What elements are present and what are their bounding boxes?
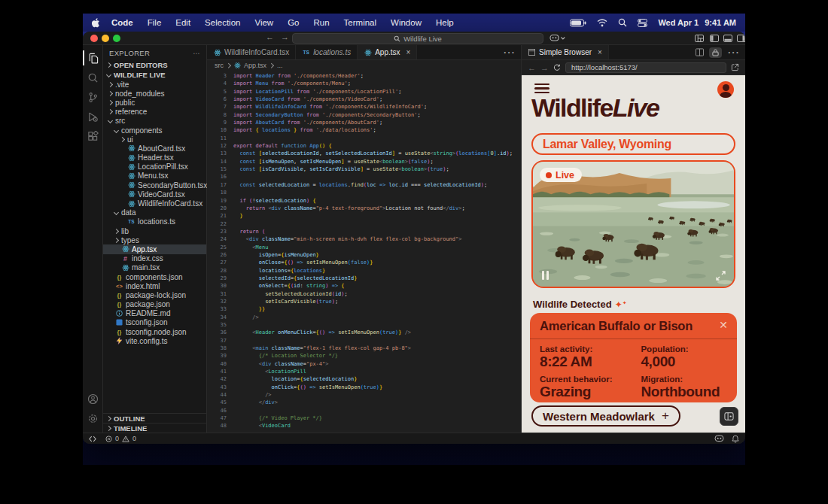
explorer-more-actions-icon[interactable]: ⋯ [193, 49, 200, 57]
open-external-icon[interactable] [731, 63, 739, 71]
code-line-30[interactable]: 30 onSelect={(id: string) => { [207, 282, 521, 290]
explorer-item-header-tsx[interactable]: Header.tsx [103, 153, 206, 162]
menu-item-run[interactable]: Run [313, 18, 329, 27]
explorer-item-tsconfig-json[interactable]: tsconfig.json [103, 318, 206, 327]
outline-section[interactable]: OUTLINE [103, 413, 206, 423]
battery-icon[interactable] [570, 19, 586, 27]
explorer-item-public[interactable]: public [103, 98, 206, 107]
code-line-27[interactable]: 27 onClose={() => setIsMenuOpen(false)} [207, 259, 521, 266]
copilot-status-icon[interactable] [714, 435, 724, 442]
explorer-item-index-css[interactable]: #index.css [103, 254, 206, 263]
code-line-47[interactable]: 47 {/* Video Player */} [207, 414, 521, 422]
explorer-item-lib[interactable]: lib [103, 226, 206, 235]
code-line-11[interactable]: 11 [207, 135, 521, 142]
copilot-menu-icon[interactable] [549, 34, 566, 42]
explorer-item-tsconfig-node-json[interactable]: {}tsconfig.node.json [103, 327, 206, 336]
code-line-14[interactable]: 14 const [isMenuOpen, setIsMenuOpen] = u… [207, 158, 521, 165]
apple-menu-icon[interactable] [92, 18, 100, 28]
code-line-22[interactable]: 22 [207, 220, 521, 228]
menu-app-name[interactable]: Code [111, 18, 133, 27]
explorer-item-wildlifeinfocard-tsx[interactable]: WildlifeInfoCard.tsx [103, 199, 206, 208]
explorer-item-aboutcard-tsx[interactable]: AboutCard.tsx [103, 144, 206, 153]
explorer-activity-icon[interactable] [83, 48, 103, 68]
explorer-item-ui[interactable]: ui [103, 135, 206, 144]
code-line-39[interactable]: 39 {/* Location Selector */} [207, 352, 521, 360]
code-line-21[interactable]: 21 } [207, 212, 521, 220]
code-line-17[interactable]: 17 const selectedLocation = locations.fi… [207, 181, 521, 189]
command-center[interactable]: Wildlife Live [292, 33, 543, 44]
notifications-bell-icon[interactable] [732, 435, 739, 443]
lock-toggle[interactable] [709, 47, 722, 58]
code-line-34[interactable]: 34 /> [207, 314, 521, 321]
explorer-item-locationpill-tsx[interactable]: LocationPill.tsx [103, 162, 206, 172]
code-line-13[interactable]: 13 const [selectedLocationId, setSelecte… [207, 150, 521, 157]
explorer-item-package-json[interactable]: {}package.json [103, 300, 206, 309]
expand-icon[interactable] [716, 271, 726, 281]
explorer-item-node-modules[interactable]: node_modules [103, 89, 206, 98]
run-debug-activity-icon[interactable] [83, 107, 103, 126]
tab-simple-browser[interactable]: Simple Browser × [522, 45, 609, 59]
code-line-20[interactable]: 20 return <div className="p-4 text-foreg… [207, 205, 521, 212]
tab-wildlifeinfocard[interactable]: WildlifeInfoCard.tsx [207, 45, 296, 59]
code-line-23[interactable]: 23 return ( [207, 228, 521, 235]
toggle-secondary-sidebar-icon[interactable] [737, 34, 745, 43]
code-line-4[interactable]: 4import Menu from './components/Menu'; [207, 80, 521, 87]
code-line-24[interactable]: 24 <div className="min-h-screen min-h-dv… [207, 235, 521, 243]
explorer-item-app-tsx[interactable]: App.tsx [103, 244, 206, 254]
code-line-9[interactable]: 9import AboutCard from './components/Abo… [207, 119, 521, 126]
code-line-40[interactable]: 40 <div className="px-4"> [207, 360, 521, 368]
code-editor[interactable]: 3import Header from './components/Header… [207, 71, 521, 433]
code-line-35[interactable]: 35 [207, 321, 521, 329]
explorer-item-types[interactable]: types [103, 235, 206, 244]
code-line-33[interactable]: 33 }} [207, 305, 521, 313]
extensions-activity-icon[interactable] [83, 126, 103, 146]
explorer-item-src[interactable]: src [103, 117, 206, 126]
explorer-item-components[interactable]: components [103, 126, 206, 135]
remote-indicator[interactable] [89, 436, 96, 442]
code-line-16[interactable]: 16 [207, 173, 521, 181]
menu-item-terminal[interactable]: Terminal [344, 18, 376, 27]
code-line-46[interactable]: 46 [207, 407, 521, 414]
nav-back-button[interactable]: ← [266, 32, 274, 41]
code-line-36[interactable]: 36 <Header onMenuClick={() => setIsMenuO… [207, 329, 521, 336]
source-control-activity-icon[interactable] [83, 87, 103, 107]
project-root-section[interactable]: WILDLIFE LIVE [103, 70, 206, 80]
explorer-item-package-lock-json[interactable]: {}package-lock.json [103, 290, 206, 299]
spotlight-search-icon[interactable] [618, 18, 627, 27]
toggle-panel-icon[interactable] [723, 34, 732, 43]
minimize-window-button[interactable] [102, 35, 109, 42]
dev-overlay-button[interactable] [720, 407, 738, 426]
secondary-species-button[interactable]: Western Meadowlark + [531, 405, 680, 427]
url-input[interactable]: http://localhost:5173/ [565, 62, 726, 73]
code-line-37[interactable]: 37 [207, 337, 521, 345]
editor-more-actions-icon[interactable]: ⋯ [503, 45, 515, 59]
zoom-window-button[interactable] [113, 35, 120, 42]
menu-time[interactable]: 9:41 AM [705, 18, 736, 27]
settings-gear-icon[interactable] [83, 408, 103, 428]
browser-back-icon[interactable]: ← [528, 63, 536, 72]
nav-forward-button[interactable]: → [281, 32, 289, 41]
code-line-5[interactable]: 5import LocationPill from './components/… [207, 88, 521, 96]
avatar[interactable] [717, 81, 734, 98]
browser-forward-icon[interactable]: → [540, 63, 549, 72]
pause-button[interactable] [542, 271, 549, 280]
explorer-item-locations-ts[interactable]: TSlocations.ts [103, 217, 206, 226]
menu-item-window[interactable]: Window [391, 18, 422, 27]
menu-date[interactable]: Wed Apr 1 [658, 18, 699, 27]
explorer-item-index-html[interactable]: <>index.html [103, 281, 206, 290]
code-line-25[interactable]: 25 <Menu [207, 244, 521, 251]
code-line-8[interactable]: 8import SecondaryButton from './componen… [207, 111, 521, 119]
code-line-10[interactable]: 10import { locations } from './data/loca… [207, 126, 521, 134]
code-line-41[interactable]: 41 <LocationPill [207, 368, 521, 375]
menu-item-selection[interactable]: Selection [205, 18, 240, 27]
explorer-item-readme-md[interactable]: README.md [103, 309, 206, 318]
toggle-primary-sidebar-icon[interactable] [710, 34, 719, 43]
menu-item-view[interactable]: View [254, 18, 273, 27]
code-line-6[interactable]: 6import VideoCard from './components/Vid… [207, 96, 521, 103]
explorer-item-data[interactable]: data [103, 208, 206, 217]
close-window-button[interactable] [90, 35, 98, 42]
explorer-item-reference[interactable]: reference [103, 108, 206, 117]
code-line-48[interactable]: 48 <VideoCard [207, 422, 521, 430]
timeline-section[interactable]: TIMELINE [103, 423, 206, 433]
menu-item-help[interactable]: Help [436, 18, 454, 27]
